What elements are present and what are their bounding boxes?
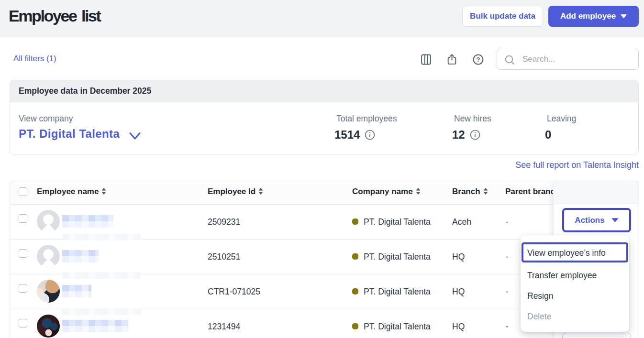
svg-text:?: ? xyxy=(477,56,480,63)
